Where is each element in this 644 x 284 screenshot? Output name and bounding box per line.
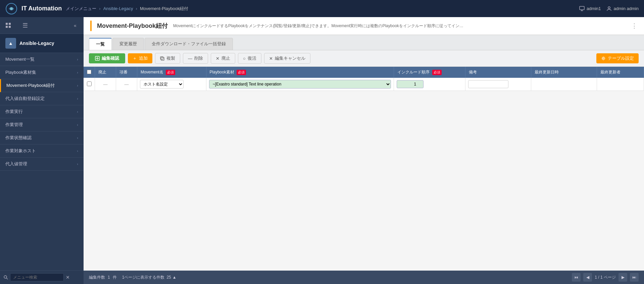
edit-count-unit: 件 [113,275,117,280]
main-content: Movement-Playbook紐付 MovementにインクルードするPla… [84,17,644,284]
chevron-right-icon: › [77,136,78,140]
select-all-checkbox[interactable] [87,70,91,74]
data-table: 廃止 項番 Movement名 必須 Playbook素材 必須 [84,67,644,91]
required-badge: 必須 [237,70,246,75]
sidebar-item-dainyuchi-mgmt[interactable]: 代入値管理 › [0,158,84,171]
table-container: 廃止 項番 Movement名 必須 Playbook素材 必須 [84,67,644,271]
sidebar-app-header: ▲ Ansible-Legacy [0,34,84,53]
user-label: admin admin [614,6,639,11]
row-checkbox[interactable] [87,81,92,86]
tab-download[interactable]: 全件ダウンロード・ファイル一括登録 [145,38,233,50]
sidebar-item-work-host[interactable]: 作業対象ホスト › [0,145,84,158]
table-settings-button[interactable]: テーブル設定 [596,53,639,63]
sidebar-item-work-mgmt[interactable]: 作業管理 › [0,118,84,131]
grid-view-button[interactable] [0,17,17,34]
chevron-up-icon: ▲ [172,275,177,280]
search-input[interactable] [10,273,64,281]
col-last-updater: 最終更新者 [597,67,644,78]
edit-count-label: 編集件数 [89,275,105,280]
chevron-right-icon: › [77,149,78,153]
more-options-icon[interactable]: ⋮ [631,22,637,30]
row-discard-cell: — [95,78,116,91]
cancel-edit-button[interactable]: ✕ 編集キャンセル [264,53,310,64]
grid-icon [6,23,11,28]
col-movement-name: Movement名 必須 [137,67,206,78]
sidebar-item-playbook[interactable]: Playbook素材集 › [0,66,84,79]
chevron-right-icon: › [77,57,78,61]
tabs: 一覧 変更履歴 全件ダウンロード・ファイル一括登録 [84,35,644,50]
tab-list[interactable]: 一覧 [89,38,112,50]
sidebar-item-movement-list[interactable]: Movement一覧 › [0,53,84,66]
delete-button[interactable]: — 削除 [183,53,208,64]
tab-history[interactable]: 変更履歴 [112,38,144,50]
svg-point-5 [608,7,610,9]
footer: 編集件数 1 件 1ページに表示する件数 25 ▲ ⏮ ◀ 1 / 1 ページ … [84,271,644,284]
page-title: Movement-Playbook紐付 [97,22,168,30]
table-row: — — ホスト名設定 ~[Exastro standard] [84,78,644,91]
collapse-sidebar-button[interactable]: « [67,17,84,34]
discard-button[interactable]: ✕ 廃止 [211,53,235,64]
confirm-edit-button[interactable]: 編集確認 [89,53,125,63]
row-include-order-cell [394,78,465,91]
layout: ☰ « ▲ Ansible-Legacy Movement一覧 › Playbo… [0,17,644,284]
svg-rect-2 [580,6,584,10]
page-header: Movement-Playbook紐付 MovementにインクルードするPla… [84,17,644,35]
monitor-section[interactable]: admin1 [579,6,601,11]
include-order-input[interactable] [397,80,424,88]
restore-icon: ○ [243,56,246,61]
chevron-right-icon: › [77,70,78,74]
search-clear-button[interactable]: ✕ [66,275,70,280]
app-logo [5,3,17,15]
page-header-accent [90,20,92,31]
cancel-icon: ✕ [269,56,273,61]
col-last-update: 最終更新日時 [531,67,597,78]
copy-button[interactable]: 複製 [155,53,180,64]
sidebar-menu: Movement一覧 › Playbook素材集 › Movement-Play… [0,53,84,270]
confirm-icon [95,56,100,61]
pager-next-button[interactable]: ▶ [618,273,627,282]
sidebar-top: ☰ « [0,17,84,34]
movement-name-select[interactable]: ホスト名設定 [140,80,184,89]
plus-icon: ＋ [133,55,137,61]
breadcrumb-ansible[interactable]: Ansible-Legacy [103,6,133,11]
col-checkbox [84,67,95,78]
chevron-right-icon: › [77,123,78,127]
list-view-button[interactable]: ☰ [17,17,34,34]
sidebar-item-movement-playbook[interactable]: Movement-Playbook紐付 › [0,79,84,92]
row-note-cell [465,78,531,91]
sidebar-item-label: 代入値管理 [5,161,27,167]
col-include-order: インクルード順序 必須 [394,67,465,78]
note-input[interactable] [468,80,508,88]
page-description: MovementにインクルードするPlaybookをメンテナンス(閲覧/登録/更… [173,23,626,29]
header-right: admin1 admin admin [579,6,639,11]
required-badge: 必須 [166,70,175,75]
pager-first-button[interactable]: ⏮ [572,273,581,282]
row-checkbox-cell [84,78,95,91]
edit-count: 編集件数 1 件 [89,275,117,280]
svg-rect-11 [161,57,164,60]
pager-info: 1 / 1 ページ [595,275,616,280]
breadcrumb-main[interactable]: メインメニュー [66,6,96,12]
sidebar-search: ✕ [0,270,84,284]
row-num-cell: — [116,78,137,91]
chevron-right-icon: › [77,97,78,101]
sidebar-item-work-status[interactable]: 作業状態確認 › [0,131,84,145]
sidebar-item-label: 代入値自動登録設定 [5,96,45,102]
sidebar-item-work-exec[interactable]: 作業実行 › [0,105,84,118]
svg-point-1 [10,7,13,10]
playbook-select[interactable]: ~[Exastro standard] Text line operation [209,80,391,89]
row-last-update-cell [531,78,597,91]
chevron-right-icon: › [77,83,78,88]
breadcrumb-sep1: › [99,6,100,11]
pager-prev-button[interactable]: ◀ [583,273,592,282]
search-icon [3,275,8,280]
restore-button[interactable]: ○ 復活 [238,53,261,64]
sidebar-item-dainyuchi[interactable]: 代入値自動登録設定 › [0,92,84,105]
user-icon [606,6,612,11]
sidebar-item-label: 作業実行 [5,109,23,115]
add-button[interactable]: ＋ 追加 [128,53,152,63]
pager-last-button[interactable]: ⏭ [630,273,639,282]
monitor-icon [579,6,585,11]
header-left: IT Automation メインメニュー › Ansible-Legacy ›… [5,3,188,15]
user-section[interactable]: admin admin [606,6,639,11]
